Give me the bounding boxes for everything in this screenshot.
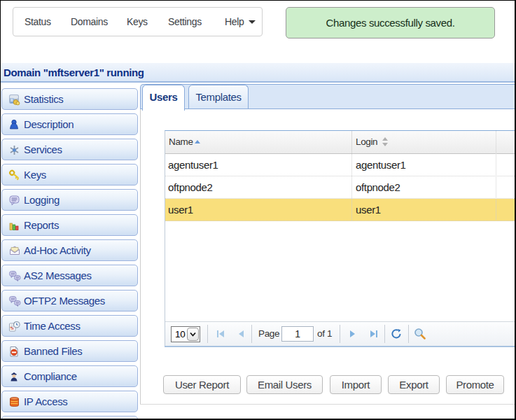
svg-text:Tx: Tx [10,326,14,330]
